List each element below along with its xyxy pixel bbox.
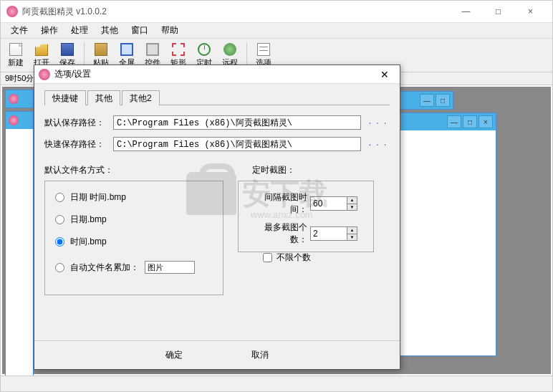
dialog-body: 快捷键 其他 其他2 默认保存路径： . . . 快速保存路径： . . . 默… (34, 84, 400, 301)
interval-label: 间隔截图时间： (249, 191, 307, 216)
mdi-window-1[interactable] (5, 90, 34, 108)
interval-input[interactable] (311, 197, 347, 210)
radio-time[interactable]: 时间.bmp (55, 236, 213, 248)
menu-file[interactable]: 文件 (5, 23, 34, 38)
open-icon (34, 42, 49, 57)
filename-panel: 日期 时间.bmp 日期.bmp 时间.bmp 自动文件名累加： (44, 181, 223, 295)
quick-path-input[interactable] (113, 137, 361, 151)
maxcount-input[interactable] (311, 227, 347, 240)
mdi-max-icon[interactable]: □ (463, 115, 477, 128)
timer-panel: 间隔截图时间： ▲▼ 最多截图个数： ▲▼ 不限个数 (238, 181, 374, 252)
tool-new[interactable]: 新建 (4, 40, 28, 70)
interval-row: 间隔截图时间： ▲▼ (249, 191, 363, 216)
spin-down-icon[interactable]: ▼ (347, 234, 357, 241)
section-headers: 默认文件名方式： 定时截图： (44, 164, 390, 176)
remote-icon (223, 42, 237, 57)
window-icon (9, 115, 19, 125)
dialog-icon (39, 69, 50, 80)
menubar: 文件 操作 处理 其他 窗口 帮助 (1, 22, 552, 38)
mdi-min-icon[interactable]: — (420, 94, 434, 107)
menu-window[interactable]: 窗口 (125, 23, 154, 38)
maxcount-spinner[interactable]: ▲▼ (310, 226, 357, 241)
timer-section-label: 定时截图： (252, 164, 295, 176)
panels: 日期 时间.bmp 日期.bmp 时间.bmp 自动文件名累加： (44, 181, 390, 295)
window-controls: — □ × (450, 1, 547, 21)
default-path-row: 默认保存路径： . . . (44, 115, 390, 130)
options-dialog: 选项/设置 ✕ 快捷键 其他 其他2 默认保存路径： . . . 快速保存路径：… (34, 64, 400, 370)
default-path-browse-button[interactable]: . . . (367, 116, 390, 129)
menu-help[interactable]: 帮助 (155, 23, 184, 38)
tab-hotkey[interactable]: 快捷键 (44, 90, 86, 105)
filename-section-label: 默认文件名方式： (44, 164, 223, 176)
menu-process[interactable]: 处理 (65, 23, 94, 38)
interval-spinner[interactable]: ▲▼ (310, 196, 357, 211)
quick-path-browse-button[interactable]: . . . (367, 138, 390, 150)
auto-filename-input[interactable] (145, 261, 195, 274)
control-icon (145, 42, 160, 57)
statusbar (1, 376, 552, 391)
menu-other[interactable]: 其他 (95, 23, 124, 38)
spin-up-icon[interactable]: ▲ (347, 227, 357, 234)
radio-date[interactable]: 日期.bmp (55, 214, 213, 226)
cancel-button[interactable]: 取消 (239, 347, 282, 363)
spin-up-icon[interactable]: ▲ (347, 197, 357, 204)
new-icon (9, 42, 23, 57)
radio-auto[interactable]: 自动文件名累加： (55, 261, 213, 274)
unlimited-check[interactable]: 不限个数 (263, 252, 363, 264)
maxcount-label: 最多截图个数： (249, 221, 307, 246)
save-icon (60, 42, 74, 57)
radio-auto-input[interactable] (55, 263, 64, 272)
dialog-close-button[interactable]: ✕ (374, 67, 395, 82)
tab-other[interactable]: 其他 (87, 90, 120, 105)
mdi-min-icon[interactable]: — (447, 115, 461, 128)
mdi-max-icon[interactable]: □ (436, 94, 450, 107)
paste-icon (94, 42, 108, 57)
tabs: 快捷键 其他 其他2 (44, 90, 390, 105)
rect-icon (171, 42, 186, 57)
radio-date-input[interactable] (55, 215, 64, 224)
radio-datetime-input[interactable] (55, 193, 64, 202)
minimize-button[interactable]: — (450, 1, 482, 21)
quick-path-label: 快速保存路径： (44, 138, 107, 150)
mdi-close-icon[interactable]: × (479, 115, 493, 128)
dialog-title: 选项/设置 (54, 68, 91, 80)
unlimited-checkbox[interactable] (263, 253, 272, 262)
titlebar[interactable]: 阿贡截图精灵 v1.0.0.2 — □ × (1, 1, 552, 22)
menu-operate[interactable]: 操作 (35, 23, 64, 38)
window-icon (9, 94, 19, 104)
radio-time-input[interactable] (55, 237, 64, 247)
spin-down-icon[interactable]: ▼ (347, 204, 357, 211)
close-button[interactable]: × (514, 1, 547, 21)
ok-button[interactable]: 确定 (153, 347, 196, 363)
window-title: 阿贡截图精灵 v1.0.0.2 (22, 6, 450, 18)
mdi-window-2[interactable] (5, 111, 34, 376)
options-icon (256, 42, 271, 57)
quick-path-row: 快速保存路径： . . . (44, 137, 390, 151)
maxcount-row: 最多截图个数： ▲▼ (249, 221, 363, 246)
app-icon (6, 6, 18, 17)
fullscreen-icon (120, 42, 134, 57)
radio-datetime[interactable]: 日期 时间.bmp (55, 191, 213, 204)
dialog-titlebar[interactable]: 选项/设置 ✕ (34, 65, 400, 84)
maximize-button[interactable]: □ (482, 1, 514, 21)
dialog-footer: 确定 取消 (34, 340, 400, 369)
timer-icon (197, 42, 211, 57)
default-path-label: 默认保存路径： (44, 117, 107, 129)
default-path-input[interactable] (113, 115, 361, 130)
tab-other2[interactable]: 其他2 (122, 90, 160, 105)
